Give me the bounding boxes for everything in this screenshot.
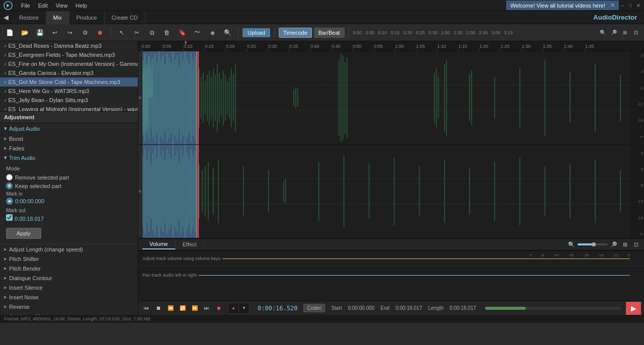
file-item[interactable]: ♪ ES_Garota Carioca - Elevator.mp3 xyxy=(0,68,138,77)
ambience-match-item[interactable]: ▸ Ambience Match xyxy=(0,311,138,315)
tb-cut-btn[interactable]: ✂ xyxy=(130,26,143,39)
fades-item[interactable]: ▸ Fades xyxy=(0,143,138,153)
progress-bar[interactable] xyxy=(485,307,621,310)
tab-mix[interactable]: Mix xyxy=(46,11,69,24)
back-btn[interactable]: ◀ xyxy=(0,12,12,24)
tb-undo-btn[interactable]: ↩ xyxy=(48,26,61,39)
menu-file[interactable]: File xyxy=(17,2,34,10)
svg-rect-202 xyxy=(620,170,621,212)
svg-rect-105 xyxy=(191,53,192,142)
svg-text:0:50: 0:50 xyxy=(353,44,362,49)
transport-bar: ⏮ ⏹ ⏪ 🔁 ⏩ ⏭ ⏺ ● ▼ 0:00:16.520 Codec Star… xyxy=(138,301,644,315)
prev-btn[interactable]: ⏪ xyxy=(166,303,176,313)
tb-envelope-btn[interactable]: ◈ xyxy=(206,26,219,39)
menu-view[interactable]: View xyxy=(52,2,72,10)
bottom-zoom-out[interactable]: 🔍 xyxy=(567,239,577,249)
file-item[interactable]: ♪ ES_Dead Roses - Damma Beatz.mp3 xyxy=(0,41,138,50)
menu-help[interactable]: Help xyxy=(71,2,91,10)
barbbeat-button[interactable]: Bar/Beat xyxy=(314,28,345,38)
left-panel: ♪ ES_Dead Roses - Damma Beatz.mp3 ♪ ES_E… xyxy=(0,41,138,315)
file-item[interactable]: ♪ ES_Fine on My Own (Instrumental Versio… xyxy=(0,59,138,68)
minimize-btn[interactable]: ─ xyxy=(619,2,626,9)
stop-btn[interactable]: ⏹ xyxy=(153,303,164,313)
bottom-zoom-in[interactable]: 🔎 xyxy=(609,239,619,249)
record-dropdown-btn[interactable]: ▼ xyxy=(239,303,249,313)
codec-button[interactable]: Codec xyxy=(303,304,325,312)
adjust-length-item[interactable]: ▸ Adjust Length (change speed) xyxy=(0,244,138,254)
tb-wave-btn[interactable]: 〜 xyxy=(191,26,204,39)
waveform-container[interactable]: R xyxy=(138,51,644,238)
zoom-out-btn[interactable]: 🔍 xyxy=(598,28,608,38)
tab-restore[interactable]: Restore xyxy=(12,11,46,24)
file-item[interactable]: ♪ ES_Evergreen Fields - Tape Machines.mp… xyxy=(0,50,138,59)
waveform-svg-1 xyxy=(142,51,630,144)
db-18b: -18 xyxy=(631,216,643,220)
boost-item[interactable]: ▸ Boost xyxy=(0,134,138,143)
tab-volume[interactable]: Volume xyxy=(142,239,176,249)
file-item[interactable]: ♪ ES_Jelly Bean - Dylan Sitts.mp3 xyxy=(0,96,138,105)
tb-redo-btn[interactable]: ↪ xyxy=(63,26,76,39)
final-play-btn[interactable]: ▶ xyxy=(626,302,641,315)
pan-track[interactable]: Pan track audio left or right xyxy=(138,268,644,282)
tb-open-btn[interactable]: 📂 xyxy=(18,26,31,39)
sep1 xyxy=(111,28,111,38)
tb-new-btn[interactable]: 📄 xyxy=(3,26,16,39)
file-item-active[interactable]: ♪ ES_Got Me Stone Cold - Tape Machines.m… xyxy=(0,77,138,87)
go-start-btn[interactable]: ⏮ xyxy=(141,303,151,313)
go-end-btn[interactable]: ⏭ xyxy=(202,303,212,313)
bottom-zoom-reset[interactable]: ⊞ xyxy=(620,239,630,249)
menu-edit[interactable]: Edit xyxy=(34,2,52,10)
zoom-thumb[interactable] xyxy=(592,242,596,246)
keep-label: Keep selected part xyxy=(15,183,61,189)
tb-delete-btn[interactable]: 🗑 xyxy=(160,26,174,39)
pitch-bender-item[interactable]: ▸ Pitch Bender xyxy=(0,264,138,273)
volume-track[interactable]: Adjust track volume using volume keys 0 … xyxy=(138,251,644,266)
tb-select-btn[interactable]: ↖ xyxy=(115,26,128,39)
mark-in-play-btn[interactable]: ▶ xyxy=(6,198,13,205)
pan-line xyxy=(142,275,630,276)
remove-radio[interactable] xyxy=(6,174,13,181)
tb-marker-btn[interactable]: 🔖 xyxy=(176,26,189,39)
bottom-zoom-full[interactable]: ⊡ xyxy=(631,239,641,249)
tab-produce[interactable]: Produce xyxy=(69,11,105,24)
apply-button[interactable]: Apply xyxy=(6,228,41,239)
record-mode-btn[interactable]: ● xyxy=(228,303,238,313)
close-btn[interactable]: ✕ xyxy=(635,2,642,9)
zoom-slider[interactable] xyxy=(578,243,608,245)
tb-copy-btn[interactable]: ⧉ xyxy=(145,26,158,39)
welcome-text: Welcome! View all tutorial videos here! xyxy=(510,3,605,9)
tb-settings-btn[interactable]: ⚙ xyxy=(78,26,92,39)
zoom-in-btn[interactable]: 🔎 xyxy=(609,28,619,38)
welcome-close-btn[interactable]: ✕ xyxy=(610,2,615,9)
svg-rect-188 xyxy=(243,166,244,217)
collapse-icon: ▸ xyxy=(4,265,7,272)
loop-btn[interactable]: 🔁 xyxy=(178,303,188,313)
tab-effect[interactable]: Effect xyxy=(176,240,204,249)
svg-rect-155 xyxy=(146,159,147,223)
maximize-btn[interactable]: □ xyxy=(627,2,634,9)
file-item[interactable]: ♪ ES_Leaving at Midnight (Instrumental V… xyxy=(0,105,138,112)
pitch-shifter-item[interactable]: ▸ Pitch Shifter xyxy=(0,254,138,264)
next-btn[interactable]: ⏩ xyxy=(190,303,200,313)
trim-audio-header[interactable]: ▾ Trim Audio xyxy=(0,153,138,162)
upload-button[interactable]: Upload xyxy=(243,28,270,37)
reverse-item[interactable]: ▸ Reverse xyxy=(0,302,138,311)
insert-noise-item[interactable]: ▸ Insert Noise xyxy=(0,292,138,302)
tb-save-btn[interactable]: 💾 xyxy=(33,26,46,39)
keep-radio[interactable] xyxy=(6,183,13,189)
timecode-button[interactable]: Timecode xyxy=(279,28,312,38)
zoom-fit-btn[interactable]: ⊡ xyxy=(631,28,641,38)
dialogue-contour-item[interactable]: ▸ Dialogue Contour xyxy=(0,273,138,283)
zoom-reset-btn[interactable]: ⊞ xyxy=(620,28,630,38)
track-2-waveform[interactable] xyxy=(142,145,630,238)
adjust-audio-header[interactable]: ▾ Adjust Audio xyxy=(0,123,138,134)
insert-silence-item[interactable]: ▸ Insert Silence xyxy=(0,283,138,292)
tb-record-btn[interactable]: ⏺ xyxy=(94,26,107,39)
file-list[interactable]: ♪ ES_Dead Roses - Damma Beatz.mp3 ♪ ES_E… xyxy=(0,41,138,112)
tb-zoom-btn[interactable]: 🔍 xyxy=(221,26,234,39)
file-item[interactable]: ♪ ES_Here We Go - WAT3RS.mp3 xyxy=(0,87,138,96)
track-1-waveform[interactable] xyxy=(142,51,630,144)
tab-create-cd[interactable]: Create CD xyxy=(105,11,145,24)
mark-out-checkbox[interactable] xyxy=(6,214,13,221)
record-btn[interactable]: ⏺ xyxy=(214,303,224,313)
